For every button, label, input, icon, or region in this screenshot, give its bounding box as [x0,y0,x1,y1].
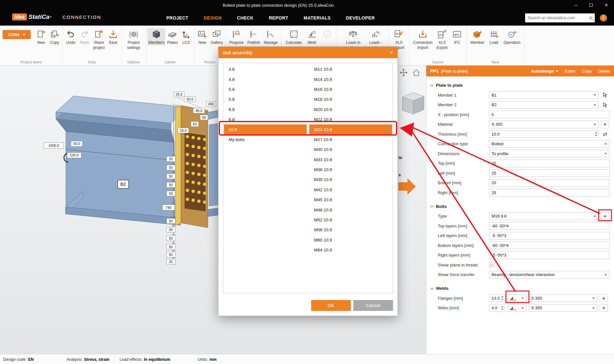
ribbon-connection-import-button[interactable]: Connection Import [412,28,434,51]
web-weld-type-dropdown[interactable] [507,304,526,312]
menu-project[interactable]: PROJECT [166,15,188,20]
minimize-button[interactable] [568,0,583,10]
top-input[interactable] [489,160,610,167]
ribbon-save-button[interactable]: Save [107,28,120,45]
bolt-size-option[interactable]: M20 10.9 [309,105,392,115]
pan-icon[interactable] [400,69,407,76]
ribbon-overall-check-button[interactable] [321,28,334,41]
autodesign-dropdown[interactable]: Autodesign [531,69,559,74]
cancel-button[interactable]: Cancel [353,300,393,311]
ribbon-share-project-button[interactable]: Share project [92,28,106,51]
web-weld-size-stepper[interactable] [489,304,505,312]
x-position-input[interactable] [489,111,610,118]
ribbon-gallery-button[interactable]: Gallery [210,28,224,45]
bolt-grade-option[interactable]: 4.6 [224,64,307,74]
search-icon[interactable] [589,17,592,20]
swap-thickness-icon[interactable]: ⇄ [601,130,609,138]
stepper-arrows-icon[interactable] [595,132,597,136]
info-icon[interactable]: i [600,14,607,21]
member1-dropdown[interactable]: B1 [489,91,599,99]
bolt-size-option[interactable]: M33 10.9 [309,155,392,165]
ribbon-new-operation-button[interactable]: Operation [502,28,521,45]
bolt-size-option[interactable]: M30 10.9 [309,145,392,154]
bolt-grade-option[interactable]: 5.8 [224,94,307,104]
stepper-arrows-icon[interactable] [501,296,504,300]
bolt-grade-option[interactable]: 4.8 [224,74,307,84]
home-view-icon[interactable] [413,70,420,76]
ribbon-project-settings-button[interactable]: {} Project settings [126,28,141,51]
bolt-size-option[interactable]: M48 10.9 [309,205,392,215]
shear-plane-checkbox[interactable]: ✓ [489,262,494,267]
bolt-size-option[interactable]: M45 10.9 [309,195,392,205]
top-layers-input[interactable] [489,222,610,230]
ribbon-weld-button[interactable]: Weld [305,28,318,45]
ribbon-ifc-button[interactable]: IFC IFC [451,28,463,45]
section-plate-to-plate[interactable]: Plate to plate [426,79,614,90]
left-input[interactable] [489,169,610,177]
maximize-button[interactable] [583,0,599,10]
ribbon-publish-button[interactable]: Publish [246,28,261,45]
bolt-type-dropdown[interactable]: M16 8.8 [489,212,599,220]
delete-operation-button[interactable]: Delete [598,69,610,74]
menu-check[interactable]: CHECK [237,15,254,20]
bolt-size-option[interactable]: M14 10.9 [309,74,392,84]
ribbon-redo-button[interactable]: Redo [78,28,91,45]
right-input[interactable] [489,189,610,196]
view-cube[interactable] [402,92,424,114]
copy-operation-button[interactable]: Copy [582,69,592,74]
web-weld-material-dropdown[interactable]: S 355 [529,304,597,312]
ribbon-undo-button[interactable]: Undo [64,28,77,45]
menu-materials[interactable]: MATERIALS [304,15,331,20]
menu-report[interactable]: REPORT [269,15,288,20]
ribbon-members-toggle[interactable]: Members [147,28,165,45]
ribbon-lcs-toggle[interactable]: LCS [180,28,193,45]
search-input[interactable] [528,16,587,20]
flange-weld-size-stepper[interactable] [489,294,505,302]
bolt-size-option[interactable]: M39 10.9 [309,175,392,185]
thickness-stepper[interactable] [489,130,599,138]
bolt-size-option[interactable]: M16 10.9 [309,84,392,94]
add-flange-weld-material-button[interactable]: + [600,294,608,302]
add-web-weld-material-button[interactable]: + [600,304,608,312]
section-bolts[interactable]: Bolts [426,200,614,211]
dialog-close-icon[interactable]: × [390,50,393,55]
add-material-button[interactable]: + [601,121,609,128]
bolt-size-option-selected[interactable]: M24 10.9 [309,124,392,134]
bolt-grade-option-selected[interactable]: 10.9 [224,124,307,134]
ok-button[interactable]: OK [311,300,351,311]
right-layers-input[interactable] [489,251,610,259]
bolt-grade-option[interactable]: 6.8 [224,105,307,115]
add-bolt-assembly-button[interactable]: + [601,212,609,220]
pick-member-cursor-icon[interactable] [601,101,609,109]
connection-type-dropdown[interactable]: Bolted [489,140,610,148]
bottom-input[interactable] [489,179,610,187]
dialog-title-bar[interactable]: Bolt assembly × [218,47,398,58]
material-dropdown[interactable]: S 355 [489,121,599,128]
stepper-arrows-icon[interactable] [501,306,504,310]
close-button[interactable]: × [599,0,614,10]
flange-weld-material-dropdown[interactable]: S 355 [529,294,597,302]
flange-weld-type-dropdown[interactable] [507,294,526,302]
menu-design[interactable]: DESIGN [204,15,222,20]
bolt-size-option[interactable]: M12 10.9 [309,64,392,74]
ribbon-new-item-button[interactable]: New [35,28,48,45]
connection-item-dropdown[interactable]: CON1 [3,30,31,39]
ribbon-new-picture-button[interactable]: New [196,28,209,45]
bottom-layers-input[interactable] [489,241,610,249]
dimensions-dropdown[interactable]: To profile [489,150,610,157]
member2-dropdown[interactable]: B2 [489,101,599,109]
ribbon-new-member-button[interactable]: Member [469,28,485,45]
bolt-size-option[interactable]: M27 10.9 [309,135,392,145]
bolt-size-option[interactable]: M22 10.9 [309,115,392,124]
ribbon-calculate-button[interactable]: +−×÷ Calculate [285,28,303,45]
bolt-size-option[interactable]: M36 10.9 [309,165,392,175]
bolt-size-option[interactable]: M42 10.9 [309,185,392,195]
pick-member-cursor-icon[interactable] [601,91,609,99]
ribbon-xls-export-button[interactable]: XLS XLS Export [436,28,449,51]
ribbon-copy-item-button[interactable]: Copy [48,28,61,45]
bolt-size-option[interactable]: M18 10.9 [309,94,392,104]
bolt-grade-option[interactable]: 8.8 [224,115,307,124]
bolt-grade-option[interactable]: My bolts [224,135,307,145]
shear-force-transfer-dropdown[interactable]: Bearing - tension/shear interaction [489,271,610,279]
bolt-grade-option[interactable]: 5.6 [224,84,307,94]
